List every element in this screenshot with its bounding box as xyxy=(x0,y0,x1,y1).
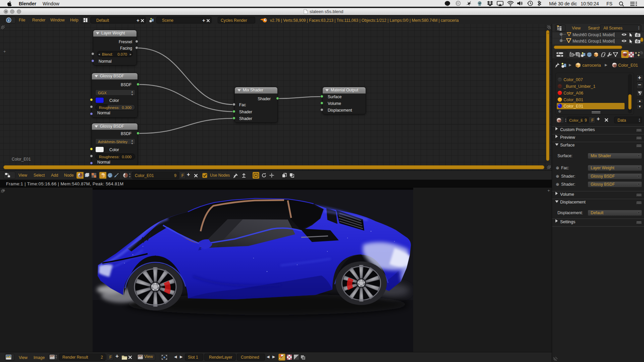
svg-text:i: i xyxy=(8,18,9,22)
